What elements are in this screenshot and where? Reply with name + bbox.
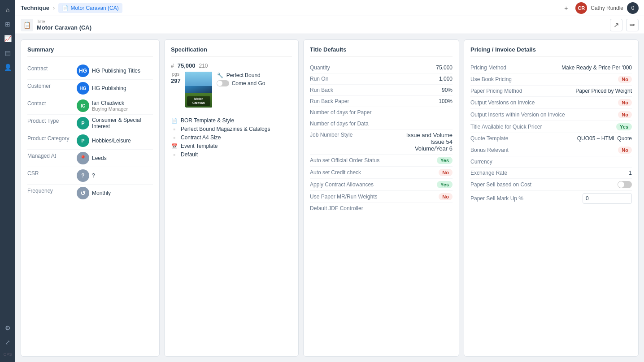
label-customer: Customer xyxy=(27,82,77,89)
page-title-wrap: Title Motor Caravan (CA) xyxy=(37,19,91,31)
td-label-run-on: Run On xyxy=(310,76,328,82)
p-value-pricing-method: Make Ready & Price Per '000 xyxy=(561,65,632,71)
td-days-paper: Number of days for Paper xyxy=(310,107,453,118)
label-product-category: Product Category xyxy=(27,134,77,142)
p-paper-sell-cost: Paper Sell based on Cost xyxy=(470,179,632,191)
page-icon: 📋 xyxy=(21,19,33,31)
text-managed-at: Leeds xyxy=(92,155,107,161)
p-label-bonus-relevant: Bonus Relevant xyxy=(470,147,618,153)
contact-info: Ian Chadwick Buying Manager xyxy=(92,100,128,112)
field-contact: Contact IC Ian Chadwick Buying Manager xyxy=(27,97,153,115)
external-link-button[interactable]: ↗ xyxy=(610,19,622,31)
text-product-category: Hobbies/Leisure xyxy=(92,138,131,144)
spec-quantity-sub: 210 xyxy=(199,63,208,69)
sidebar-icon-grid[interactable]: ⊞ xyxy=(1,18,14,30)
spec-quantity: 75,000 xyxy=(178,62,196,69)
p-badge-output-inserts: No xyxy=(618,111,632,118)
avatar-product-type: P xyxy=(77,117,89,129)
spec-item-text-1: Come and Go xyxy=(232,80,265,86)
topbar-tab-icon: 📄 xyxy=(62,5,69,11)
notification-badge[interactable]: 0 xyxy=(627,2,639,14)
p-currency: Currency xyxy=(470,156,632,168)
td-value-quantity: 75,000 xyxy=(436,65,453,71)
contact-role: Buying Manager xyxy=(92,106,128,112)
td-label-run-back: Run Back xyxy=(310,87,333,93)
p-badge-use-book: No xyxy=(618,76,632,83)
td-label-job-number-style: Job Number Style xyxy=(310,132,352,138)
sidebar-icon-settings[interactable]: ⚙ xyxy=(1,322,14,334)
td-run-back: Run Back 90% xyxy=(310,85,453,96)
edit-button[interactable]: ✏ xyxy=(626,19,639,31)
value-customer: HG HG Publishing xyxy=(77,82,153,95)
title-defaults-card: Title Defaults Quantity 75,000 Run On 1,… xyxy=(303,39,459,357)
label-product-type: Product Type xyxy=(27,117,77,124)
p-toggle-paper-sell-cost[interactable] xyxy=(618,181,632,188)
td-label-days-data: Number of days for Data xyxy=(310,121,369,127)
avatar-customer: HG xyxy=(77,82,89,95)
spec-toggle-come-go[interactable] xyxy=(217,80,229,86)
p-label-paper-pricing: Paper Pricing Method xyxy=(470,88,575,94)
defaults-card-title: Title Defaults xyxy=(310,46,453,57)
avatar-frequency: ↺ xyxy=(77,187,89,199)
spec-page-count-wrap: pgs 297 xyxy=(171,72,181,108)
field-managed-at: Managed At 📍 Leeds xyxy=(27,150,153,167)
td-value-job-number-style: Issue and Volume Issue 54 Volume/Year 6 xyxy=(406,132,453,152)
user-avatar[interactable]: CR xyxy=(575,2,587,14)
pricing-card-title: Pricing / Invoice Details xyxy=(470,46,632,57)
td-badge-auto-official: Yes xyxy=(437,157,453,164)
value-contact: IC Ian Chadwick Buying Manager xyxy=(77,99,153,112)
p-input-paper-sell-markup[interactable] xyxy=(583,193,632,204)
value-managed-at: 📍 Leeds xyxy=(77,152,153,164)
td-paper-mr: Use Paper MR/Run Weights No xyxy=(310,191,453,203)
sidebar-icon-layers[interactable]: ▤ xyxy=(1,47,14,59)
cover-sky xyxy=(185,72,212,86)
td-auto-official: Auto set Official Order Status Yes xyxy=(310,155,453,167)
p-label-quote-template: Quote Template xyxy=(470,135,577,142)
topbar-actions: + CR Cathy Rundle 0 xyxy=(560,2,639,14)
p-exchange-rate: Exchange Rate 1 xyxy=(470,168,632,179)
spec-items-list: 🔧 Perfect Bound Come and Go xyxy=(217,72,265,108)
value-product-category: P Hobbies/Leisure xyxy=(77,134,153,147)
add-button[interactable]: + xyxy=(560,2,572,14)
td-label-quantity: Quantity xyxy=(310,65,330,71)
p-output-inserts: Output Inserts within Version on Invoice… xyxy=(470,109,632,121)
td-job-number-style: Job Number Style Issue and Volume Issue … xyxy=(310,129,453,155)
td-jns-line3: Volume/Year 6 xyxy=(415,145,453,152)
value-product-type: P Consumer & Special Interest xyxy=(77,117,153,129)
avatar-contact: IC xyxy=(77,99,89,112)
book-cover-inner: Motor Caravan xyxy=(185,72,212,108)
td-jns-line2: Issue 54 xyxy=(431,138,453,145)
spec-icon-contract-a4: ■ xyxy=(171,134,178,141)
spec-icon-bor: 📄 xyxy=(171,117,178,124)
td-days-data: Number of days for Data xyxy=(310,118,453,129)
text-frequency: Monthly xyxy=(92,190,111,196)
specification-card: Specification # 75,000 210 pgs 297 xyxy=(164,39,299,357)
spec-item-bor: 📄 BOR Template & Style xyxy=(171,117,292,124)
p-label-output-inserts: Output Inserts within Version on Invoice xyxy=(470,112,618,118)
field-product-category: Product Category P Hobbies/Leisure xyxy=(27,132,153,150)
text-csr: ? xyxy=(92,172,95,179)
td-run-on: Run On 1,000 xyxy=(310,73,453,85)
user-name: Cathy Rundle xyxy=(591,2,623,14)
td-label-auto-official: Auto set Official Order Status xyxy=(310,157,379,164)
topbar-tab-active[interactable]: 📄 Motor Caravan (CA) xyxy=(58,3,122,13)
spec-text-bor: BOR Template & Style xyxy=(181,117,234,124)
sidebar-icon-chart[interactable]: 📈 xyxy=(1,32,14,45)
avatar-managed-at: 📍 xyxy=(77,152,89,164)
sidebar-icon-person[interactable]: 👤 xyxy=(1,61,14,73)
sidebar-icon-expand[interactable]: ⤢ xyxy=(1,336,14,349)
spec-icon-event: 📅 xyxy=(171,142,178,150)
td-badge-auto-credit: No xyxy=(439,169,453,176)
p-bonus-relevant: Bonus Relevant No xyxy=(470,144,632,156)
page-title-label: Title xyxy=(37,19,91,24)
spec-item-icon-0: 🔧 xyxy=(217,72,224,79)
spec-item-text-0: Perfect Bound xyxy=(226,72,261,78)
spec-book-cover: Motor Caravan xyxy=(185,72,212,108)
p-badge-quick-pricer: Yes xyxy=(616,123,632,130)
spec-item-perfect-bound: 🔧 Perfect Bound xyxy=(217,72,265,79)
sidebar-icon-home[interactable]: ⌂ xyxy=(1,4,14,16)
pricing-card: Pricing / Invoice Details Pricing Method… xyxy=(464,39,639,357)
field-product-type: Product Type P Consumer & Special Intere… xyxy=(27,115,153,132)
topbar-tab-label: Motor Caravan (CA) xyxy=(70,5,118,11)
text-contract: HG Publishing Titles xyxy=(92,68,140,74)
